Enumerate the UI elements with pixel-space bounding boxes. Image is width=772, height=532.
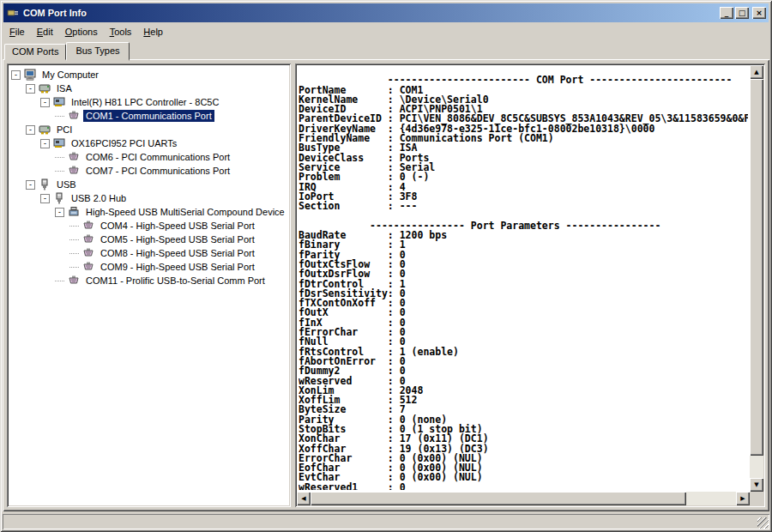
maximize-button[interactable]: □: [735, 7, 749, 19]
tab-bus-types[interactable]: Bus Types: [66, 42, 129, 61]
tree-item[interactable]: COM7 - PCI Communications Port: [7, 164, 291, 178]
tree-item[interactable]: -PCI: [7, 123, 291, 136]
tree-item-label: COM6 - PCI Communications Port: [83, 151, 232, 163]
menu-item-file[interactable]: File: [3, 25, 31, 39]
compound-icon: [68, 206, 81, 218]
menu-item-help[interactable]: Help: [137, 25, 169, 39]
tab-com-ports[interactable]: COM Ports: [4, 44, 66, 60]
collapse-icon[interactable]: -: [26, 180, 35, 190]
horizontal-scrollbar[interactable]: ◀ ▶: [297, 492, 750, 505]
tree-item-label: USB 2.0 Hub: [69, 192, 129, 204]
serial-icon: [82, 261, 95, 273]
tree-item-label: COM5 - High-Speed USB Serial Port: [98, 233, 257, 245]
status-bar: [3, 514, 769, 529]
tree-connector: [69, 226, 79, 227]
scroll-left-icon[interactable]: ◀: [297, 492, 311, 505]
tree-item-label: COM8 - High-Speed USB Serial Port: [98, 247, 257, 259]
collapse-icon[interactable]: -: [40, 139, 50, 148]
horizontal-scroll-thumb[interactable]: [311, 492, 686, 505]
tree-item-label: COM1 - Communications Port: [83, 110, 214, 122]
scroll-right-icon[interactable]: ▶: [736, 492, 750, 505]
tree-item[interactable]: COM11 - Prolific USB-to-Serial Comm Port: [7, 274, 291, 287]
tree-item[interactable]: COM8 - High-Speed USB Serial Port: [7, 246, 291, 260]
usb-icon: [53, 192, 66, 204]
tab-strip: COM PortsBus Types: [3, 40, 769, 59]
collapse-icon[interactable]: -: [55, 208, 64, 217]
tree-item-label: Intel(R) H81 LPC Controller - 8C5C: [69, 96, 221, 108]
menu-item-edit[interactable]: Edit: [31, 25, 59, 39]
tree-connector: [55, 157, 64, 158]
tree-item[interactable]: -High-Speed USB MultiSerial Compound Dev…: [7, 205, 291, 219]
app-icon: [6, 7, 20, 19]
tree-item[interactable]: -ISA: [7, 82, 291, 95]
tree-item[interactable]: -Intel(R) H81 LPC Controller - 8C5C: [7, 95, 291, 109]
device-tree: -My Computer-ISA-Intel(R) H81 LPC Contro…: [7, 63, 291, 507]
tree-item-label: High-Speed USB MultiSerial Compound Devi…: [83, 206, 287, 218]
tree-item-label: OX16PCI952 PCI UARTs: [69, 137, 179, 149]
vertical-scrollbar[interactable]: ▲ ▼: [750, 65, 763, 492]
scrollbar-corner: [750, 492, 763, 505]
tree-item[interactable]: -OX16PCI952 PCI UARTs: [7, 136, 291, 150]
computer-icon: [24, 69, 37, 81]
tree-item[interactable]: COM6 - PCI Communications Port: [7, 150, 291, 164]
window-title: COM Port Info: [23, 8, 718, 18]
titlebar[interactable]: COM Port Info _ □ ×: [3, 3, 769, 22]
serial-icon: [68, 275, 81, 287]
menu-item-options[interactable]: Options: [59, 25, 104, 39]
tree-connector: [69, 239, 79, 240]
collapse-icon[interactable]: -: [26, 84, 35, 94]
tree-connector: [69, 253, 79, 254]
resize-grip[interactable]: [757, 517, 769, 529]
tab-page: -My Computer-ISA-Intel(R) H81 LPC Contro…: [3, 59, 769, 511]
tree-item-label: COM11 - Prolific USB-to-Serial Comm Port: [83, 275, 268, 287]
detail-panel: ------------------------ COM Port ------…: [295, 63, 765, 507]
tree-item[interactable]: -USB 2.0 Hub: [7, 191, 291, 205]
tree-connector: [55, 116, 64, 117]
minimize-button[interactable]: _: [720, 7, 733, 19]
vertical-scroll-thumb[interactable]: [750, 79, 763, 456]
collapse-icon[interactable]: -: [26, 125, 35, 135]
serial-icon: [82, 233, 95, 245]
tree-item-label: PCI: [54, 124, 75, 136]
controller-icon: [53, 96, 66, 108]
tree-item-label: USB: [54, 178, 79, 190]
menubar: FileEditOptionsToolsHelp: [3, 23, 769, 40]
tree-connector: [55, 281, 64, 281]
serial-icon: [68, 165, 81, 177]
collapse-icon[interactable]: -: [40, 98, 50, 107]
bus-icon: [39, 82, 51, 94]
tree-item-label: My Computer: [39, 69, 101, 81]
tree-item-label: ISA: [54, 82, 75, 94]
serial-icon: [68, 110, 81, 122]
usb-icon: [39, 178, 51, 190]
tree-item-label: COM4 - High-Speed USB Serial Port: [98, 220, 257, 232]
tree-item-label: COM9 - High-Speed USB Serial Port: [98, 261, 257, 273]
collapse-icon[interactable]: -: [11, 70, 21, 80]
tree-item[interactable]: -USB: [7, 178, 291, 191]
tree-item[interactable]: COM9 - High-Speed USB Serial Port: [7, 260, 291, 274]
tree-connector: [55, 171, 64, 172]
tree-item[interactable]: COM5 - High-Speed USB Serial Port: [7, 233, 291, 246]
bus-icon: [39, 124, 51, 136]
menu-item-tools[interactable]: Tools: [104, 25, 138, 39]
scroll-up-icon[interactable]: ▲: [750, 65, 763, 79]
tree-item[interactable]: COM4 - High-Speed USB Serial Port: [7, 219, 291, 233]
app-window: COM Port Info _ □ × FileEditOptionsTools…: [0, 0, 772, 532]
close-button[interactable]: ×: [752, 7, 766, 19]
tree-item[interactable]: COM1 - Communications Port: [7, 109, 291, 123]
tree-item[interactable]: -My Computer: [7, 68, 291, 82]
detail-text: ------------------------ COM Port ------…: [299, 66, 748, 490]
serial-icon: [82, 247, 95, 259]
tree-connector: [69, 267, 79, 268]
controller-icon: [53, 137, 66, 149]
tree-item-label: COM7 - PCI Communications Port: [83, 165, 232, 177]
serial-icon: [68, 151, 81, 163]
serial-icon: [82, 220, 95, 232]
scroll-down-icon[interactable]: ▼: [750, 478, 763, 492]
collapse-icon[interactable]: -: [40, 194, 50, 203]
